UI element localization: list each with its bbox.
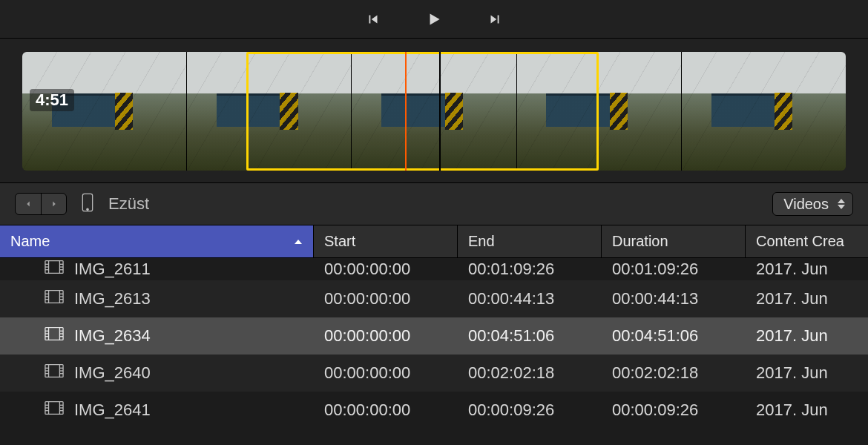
cell-end: 00:02:02:18 <box>458 363 602 383</box>
sort-ascending-icon <box>294 233 303 250</box>
cell-duration: 00:01:09:26 <box>602 260 746 279</box>
cell-name: IMG_2611 <box>0 260 314 279</box>
cell-content-created: 2017. Jun <box>746 289 868 309</box>
history-nav <box>15 193 67 215</box>
cell-start: 00:00:00:00 <box>314 400 458 420</box>
device-phone-icon <box>80 192 95 216</box>
chevron-right-icon <box>49 199 59 209</box>
column-label: Name <box>10 233 50 250</box>
column-header-start[interactable]: Start <box>314 225 458 257</box>
video-clip-icon <box>45 363 64 383</box>
cell-content-created: 2017. Jun <box>746 363 868 383</box>
cell-start: 00:00:00:00 <box>314 289 458 309</box>
cell-content-created: 2017. Jun <box>746 260 868 279</box>
cell-name: IMG_2641 <box>0 400 314 420</box>
table-row[interactable]: IMG_261100:00:00:0000:01:09:2600:01:09:2… <box>0 258 868 280</box>
column-header-duration[interactable]: Duration <box>602 225 746 257</box>
video-clip-icon <box>45 289 64 309</box>
forward-button[interactable] <box>41 194 66 214</box>
previous-button[interactable] <box>365 11 381 27</box>
cell-start: 00:00:00:00 <box>314 260 458 279</box>
skip-next-icon <box>487 11 503 27</box>
clip-name: IMG_2640 <box>74 363 151 383</box>
filmstrip-frame <box>517 52 681 171</box>
cell-end: 00:04:51:06 <box>458 326 602 346</box>
column-label: Duration <box>612 233 668 250</box>
filmstrip[interactable] <box>22 52 846 171</box>
browser-nav-bar: Ezüst Videos <box>0 182 868 225</box>
clip-table-header: Name Start End Duration Content Crea <box>0 225 868 258</box>
column-header-end[interactable]: End <box>458 225 602 257</box>
table-row[interactable]: IMG_264100:00:00:0000:00:09:2600:00:09:2… <box>0 392 868 429</box>
device-name: Ezüst <box>108 194 149 214</box>
cell-start: 00:00:00:00 <box>314 363 458 383</box>
skip-previous-icon <box>365 11 381 27</box>
clip-name: IMG_2613 <box>74 289 151 309</box>
column-label: Content Crea <box>756 233 844 250</box>
play-button[interactable] <box>424 10 444 29</box>
play-icon <box>424 10 444 29</box>
media-filter-select[interactable]: Videos <box>772 192 853 216</box>
filmstrip-frame <box>682 52 846 171</box>
cell-name: IMG_2634 <box>0 326 314 346</box>
clip-name: IMG_2611 <box>74 260 151 279</box>
video-clip-icon <box>45 260 64 279</box>
column-header-name[interactable]: Name <box>0 225 314 257</box>
chevron-left-icon <box>23 199 33 209</box>
svg-point-1 <box>87 208 88 210</box>
filmstrip-area[interactable]: 4:51 <box>0 39 868 182</box>
filmstrip-frame <box>352 52 516 171</box>
video-clip-icon <box>45 400 64 420</box>
cell-end: 00:00:09:26 <box>458 400 602 420</box>
column-header-content-created[interactable]: Content Crea <box>746 225 868 257</box>
table-row[interactable]: IMG_264000:00:00:0000:02:02:1800:02:02:1… <box>0 355 868 392</box>
clip-name: IMG_2634 <box>74 326 151 346</box>
table-row[interactable]: IMG_261300:00:00:0000:00:44:1300:00:44:1… <box>0 280 868 317</box>
select-stepper-icon <box>838 199 845 209</box>
filmstrip-frame <box>187 52 351 171</box>
cell-end: 00:00:44:13 <box>458 289 602 309</box>
cell-name: IMG_2613 <box>0 289 314 309</box>
playback-toolbar <box>0 0 868 39</box>
cell-name: IMG_2640 <box>0 363 314 383</box>
cell-duration: 00:02:02:18 <box>602 363 746 383</box>
back-button[interactable] <box>16 194 41 214</box>
cell-duration: 00:00:44:13 <box>602 289 746 309</box>
cell-duration: 00:00:09:26 <box>602 400 746 420</box>
clip-table-body: IMG_261100:00:00:0000:01:09:2600:01:09:2… <box>0 258 868 429</box>
video-clip-icon <box>45 326 64 346</box>
table-row[interactable]: IMG_263400:00:00:0000:04:51:0600:04:51:0… <box>0 317 868 355</box>
next-button[interactable] <box>487 11 503 27</box>
cell-start: 00:00:00:00 <box>314 326 458 346</box>
column-label: Start <box>324 233 355 250</box>
clip-duration-badge: 4:51 <box>30 89 74 111</box>
cell-end: 00:01:09:26 <box>458 260 602 279</box>
cell-duration: 00:04:51:06 <box>602 326 746 346</box>
filmstrip-frame <box>22 52 186 171</box>
column-label: End <box>468 233 495 250</box>
media-filter-label: Videos <box>783 196 829 213</box>
clip-name: IMG_2641 <box>74 400 151 420</box>
cell-content-created: 2017. Jun <box>746 326 868 346</box>
cell-content-created: 2017. Jun <box>746 400 868 420</box>
